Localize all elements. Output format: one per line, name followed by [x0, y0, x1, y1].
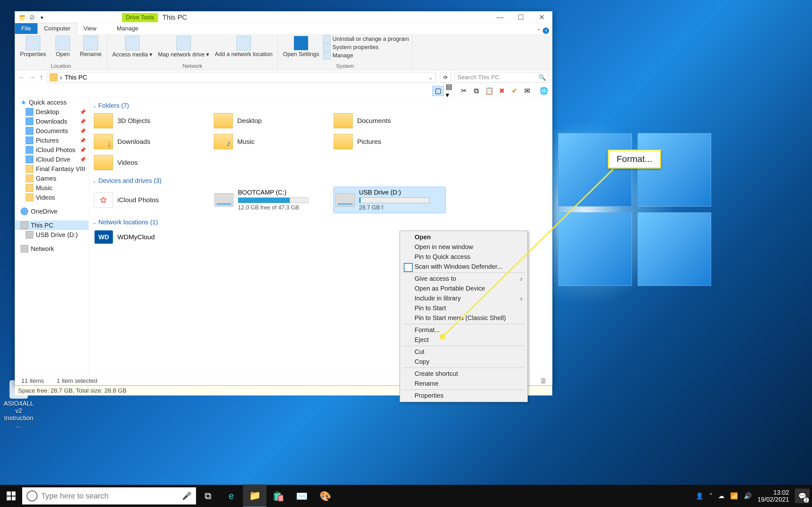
nav-music[interactable]: Music	[15, 183, 89, 193]
network-location-wdmycloud[interactable]: WDWDMyCloud	[93, 228, 204, 245]
taskbar-mail[interactable]: ✉️	[290, 485, 313, 507]
nav-icloud-drive[interactable]: iCloud Drive📌	[15, 155, 89, 164]
view-pane-button[interactable]: ▢	[432, 86, 444, 96]
ctx-properties[interactable]: Properties	[401, 391, 527, 400]
qat-button[interactable]: ☑	[28, 13, 37, 22]
tray-overflow-icon[interactable]: ˄	[709, 492, 712, 500]
section-drives-header[interactable]: ⌄Devices and drives (3)	[93, 177, 548, 184]
view-details-icon[interactable]: ☰	[541, 377, 546, 385]
nav-ff8[interactable]: Final Fantasy VIII	[15, 164, 89, 174]
system-properties-button[interactable]: System properties	[323, 43, 409, 51]
drive-bootcamp-c[interactable]: BOOTCAMP (C:) 12.0 GB free of 47.3 GB	[212, 187, 324, 213]
folder-desktop[interactable]: Desktop	[212, 112, 323, 130]
minimize-button[interactable]: —	[490, 11, 510, 23]
action-center-button[interactable]: 💬2	[795, 489, 809, 503]
search-icon[interactable]: 🔍	[539, 74, 546, 81]
nav-downloads[interactable]: Downloads📌	[15, 117, 89, 126]
view-layout-button[interactable]: ▤ ▾	[446, 86, 456, 96]
nav-pictures[interactable]: Pictures📌	[15, 135, 89, 145]
ctx-cut[interactable]: Cut	[401, 347, 527, 357]
breadcrumb[interactable]: › This PC ⌄	[47, 72, 436, 83]
folder-3d-objects[interactable]: 3D Objects	[93, 112, 203, 130]
section-folders-header[interactable]: ⌄Folders (7)	[93, 102, 548, 109]
ctx-copy[interactable]: Copy	[401, 357, 527, 367]
breadcrumb-segment[interactable]: This PC	[65, 74, 87, 81]
maximize-button[interactable]: ☐	[510, 11, 531, 23]
task-view-button[interactable]: ⧉	[196, 485, 219, 507]
tray-people-icon[interactable]: 👤	[696, 492, 704, 500]
nav-games[interactable]: Games	[15, 174, 89, 183]
drive-icloud-photos[interactable]: iCloud Photos	[93, 187, 203, 213]
ctx-pin-quick-access[interactable]: Pin to Quick access	[401, 252, 527, 262]
tray-onedrive-icon[interactable]: ☁	[718, 492, 724, 500]
nav-quick-access[interactable]: ★Quick access	[15, 98, 89, 107]
drive-tools-tab[interactable]: Drive Tools	[122, 13, 158, 22]
taskbar-store[interactable]: 🛍️	[266, 485, 290, 507]
chevron-down-icon[interactable]: ⌄	[428, 73, 433, 81]
up-button[interactable]: ↑	[40, 73, 43, 81]
uninstall-button[interactable]: Uninstall or change a program	[323, 35, 409, 43]
ctx-open-new-window[interactable]: Open in new window	[401, 242, 527, 252]
tab-computer[interactable]: Computer	[38, 23, 77, 34]
ctx-scan-defender[interactable]: Scan with Windows Defender...	[401, 262, 527, 272]
folder-documents[interactable]: Documents	[333, 112, 443, 130]
qat-dropdown-icon[interactable]: ▾	[38, 13, 46, 21]
nav-onedrive[interactable]: OneDrive	[15, 207, 89, 216]
taskbar-search[interactable]: Type here to search 🎤	[22, 487, 196, 504]
ctx-eject[interactable]: Eject	[401, 335, 527, 345]
taskbar[interactable]: Type here to search 🎤 ⧉ e 📁 🛍️ ✉️ 🎨 👤 ˄ …	[0, 485, 812, 507]
ctx-pin-start-classic[interactable]: Pin to Start menu (Classic Shell)	[401, 313, 527, 323]
manage-button[interactable]: Manage	[323, 52, 409, 59]
ctx-format[interactable]: Format...	[401, 325, 527, 335]
nav-this-pc[interactable]: This PC	[15, 221, 89, 230]
nav-pane[interactable]: ★Quick access Desktop📌 Downloads📌 Docume…	[15, 98, 89, 376]
help-icon[interactable]: ?	[543, 27, 549, 34]
nav-icloud-photos[interactable]: iCloud Photos📌	[15, 145, 89, 155]
delete-icon[interactable]: ✖	[496, 86, 507, 96]
ctx-create-shortcut[interactable]: Create shortcut	[401, 369, 527, 379]
nav-network[interactable]: Network	[15, 244, 89, 253]
forward-button[interactable]: →	[29, 73, 36, 81]
ctx-include-library[interactable]: Include in library	[401, 293, 527, 303]
nav-documents[interactable]: Documents📌	[15, 126, 89, 135]
paste-icon[interactable]: 📋	[484, 86, 495, 96]
chevron-right-icon[interactable]: ›	[60, 74, 62, 81]
access-media-button[interactable]: Access media ▾	[110, 35, 154, 59]
ctx-rename[interactable]: Rename	[401, 379, 527, 389]
taskbar-explorer[interactable]: 📁	[243, 485, 266, 507]
ctx-open[interactable]: Open	[401, 232, 527, 242]
nav-desktop[interactable]: Desktop📌	[15, 107, 89, 117]
section-network-header[interactable]: ⌄Network locations (1)	[93, 219, 548, 226]
ctx-portable-device[interactable]: Open as Portable Device	[401, 284, 527, 293]
taskbar-paint[interactable]: 🎨	[313, 485, 337, 507]
tab-file[interactable]: File	[15, 23, 38, 34]
folder-pictures[interactable]: Pictures	[333, 133, 443, 151]
folder-music[interactable]: Music	[212, 133, 323, 151]
close-button[interactable]: ✕	[531, 11, 552, 23]
back-button[interactable]: ←	[18, 73, 25, 81]
add-network-location-button[interactable]: Add a network location	[213, 35, 274, 58]
extra-tool-icon[interactable]: 🌐	[538, 86, 549, 96]
folder-videos[interactable]: Videos	[93, 154, 203, 171]
ctx-give-access[interactable]: Give access to	[401, 274, 527, 284]
properties-button[interactable]: Properties	[18, 35, 48, 58]
drive-usb-d[interactable]: USB Drive (D:) 28.7 GB f	[334, 187, 445, 213]
start-button[interactable]	[0, 485, 22, 507]
ctx-pin-start[interactable]: Pin to Start	[401, 303, 527, 313]
nav-usb-drive[interactable]: USB Drive (D:)	[15, 230, 89, 239]
refresh-button[interactable]: ⟳	[440, 72, 451, 83]
open-settings-button[interactable]: Open Settings	[281, 35, 321, 58]
tab-manage[interactable]: Manage	[110, 23, 145, 34]
tray-clock[interactable]: 13:02 19/02/2021	[757, 489, 789, 503]
tab-view[interactable]: View	[77, 23, 103, 34]
undo-icon[interactable]: ✔	[509, 86, 520, 96]
collapse-ribbon-icon[interactable]: ⌃	[537, 28, 541, 34]
open-button[interactable]: Open	[50, 35, 76, 58]
cut-icon[interactable]: ✂	[458, 86, 469, 96]
tray-volume-icon[interactable]: 🔊	[744, 492, 752, 500]
search-input[interactable]: Search This PC 🔍	[455, 72, 549, 83]
folder-downloads[interactable]: Downloads	[93, 133, 203, 151]
map-drive-button[interactable]: Map network drive ▾	[156, 35, 211, 59]
taskbar-edge[interactable]: e	[219, 485, 243, 507]
titlebar[interactable]: 🗂️ ☑ ▾ Drive Tools This PC — ☐ ✕	[15, 11, 552, 24]
